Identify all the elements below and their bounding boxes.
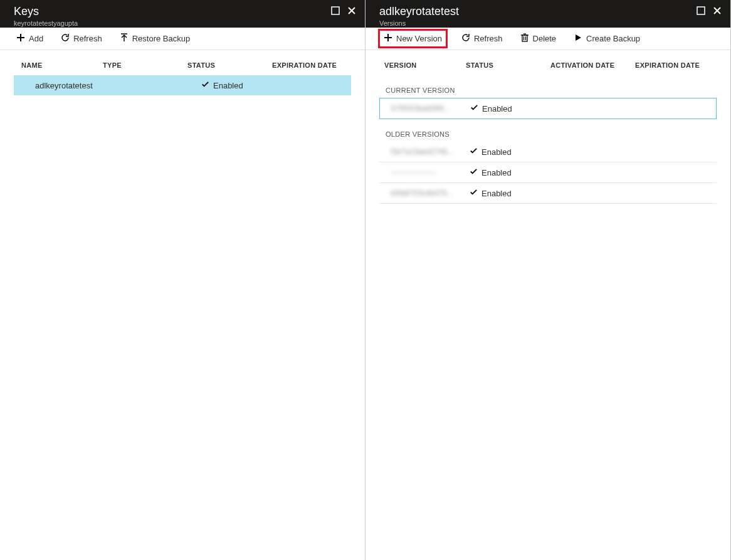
keys-blade: Keys keyrotatetestyagupta Add Refresh Re… <box>0 0 366 560</box>
current-version-row[interactable]: b7f9303ba6099... Enabled <box>379 98 717 119</box>
keys-blade-header: Keys keyrotatetestyagupta <box>0 0 365 28</box>
svg-marker-17 <box>576 34 581 41</box>
plus-icon <box>384 33 392 44</box>
key-row[interactable]: adlkeyrotatetest Enabled <box>14 75 351 95</box>
col-activation: ACTIVATION DATE <box>550 61 635 69</box>
new-version-button[interactable]: New Version <box>378 29 448 48</box>
check-icon <box>470 188 478 198</box>
key-status: Enabled <box>213 81 243 90</box>
versions-blade-header: adlkeyrotatetest Versions <box>366 0 730 28</box>
refresh-button[interactable]: Refresh <box>458 31 507 46</box>
versions-subtitle: Versions <box>379 19 459 28</box>
col-status: STATUS <box>187 61 272 69</box>
versions-window-controls <box>697 5 722 15</box>
key-name: adlkeyrotatetest <box>35 81 117 90</box>
version-status-cell: Enabled <box>470 103 710 114</box>
close-icon[interactable] <box>713 6 722 15</box>
check-icon <box>470 147 478 157</box>
col-expiration: EXPIRATION DATE <box>635 61 724 69</box>
plus-icon <box>16 33 25 44</box>
restore-label: Restore Backup <box>132 34 191 43</box>
play-icon <box>574 33 582 44</box>
col-expiration: EXPIRATION DATE <box>272 61 359 69</box>
version-id: —————— <box>391 168 470 177</box>
keys-toolbar: Add Refresh Restore Backup <box>0 28 365 50</box>
older-version-row[interactable]: —————— Enabled <box>379 162 717 183</box>
col-name: NAME <box>21 61 103 69</box>
restore-backup-button[interactable]: Restore Backup <box>116 31 194 46</box>
check-icon <box>470 103 478 114</box>
version-status: Enabled <box>481 189 512 198</box>
version-status: Enabled <box>482 104 512 114</box>
version-status-cell: Enabled <box>470 167 710 177</box>
versions-table-header: VERSION STATUS ACTIVATION DATE EXPIRATIO… <box>366 50 730 75</box>
refresh-icon <box>61 33 70 44</box>
versions-title: adlkeyrotatetest <box>379 5 459 18</box>
check-icon <box>470 167 478 177</box>
version-status: Enabled <box>481 168 512 177</box>
col-version: VERSION <box>384 61 466 69</box>
maximize-icon[interactable] <box>331 6 340 15</box>
create-backup-button[interactable]: Create Backup <box>570 31 644 46</box>
delete-label: Delete <box>533 34 557 43</box>
add-label: Add <box>29 34 43 43</box>
version-status: Enabled <box>481 147 512 157</box>
svg-rect-7 <box>697 7 705 14</box>
versions-toolbar: New Version Refresh Delete Create Backup <box>366 28 730 50</box>
version-id: b0fa6703cdb478... <box>391 189 470 198</box>
col-type: TYPE <box>103 61 187 69</box>
current-version-label: CURRENT VERSION <box>366 75 730 98</box>
keys-subtitle: keyrotatetestyagupta <box>14 19 78 28</box>
restore-icon <box>120 33 129 44</box>
create-backup-label: Create Backup <box>586 34 640 43</box>
delete-button[interactable]: Delete <box>517 31 560 46</box>
svg-rect-0 <box>332 7 339 14</box>
new-version-label: New Version <box>396 34 442 43</box>
version-status-cell: Enabled <box>470 147 710 157</box>
close-icon[interactable] <box>347 6 356 15</box>
refresh-button[interactable]: Refresh <box>57 31 106 46</box>
add-button[interactable]: Add <box>13 31 47 46</box>
keys-title: Keys <box>14 5 78 18</box>
refresh-label: Refresh <box>73 34 102 43</box>
version-id: f3e7a15aed2746... <box>391 147 470 156</box>
versions-blade: adlkeyrotatetest Versions New Version Re… <box>366 0 731 560</box>
older-version-row[interactable]: b0fa6703cdb478... Enabled <box>379 183 717 204</box>
check-icon <box>201 80 209 90</box>
col-status: STATUS <box>466 61 550 69</box>
version-status-cell: Enabled <box>470 188 710 198</box>
key-status-cell: Enabled <box>201 80 273 90</box>
refresh-icon <box>461 33 470 44</box>
refresh-label: Refresh <box>474 34 503 43</box>
keys-table-header: NAME TYPE STATUS EXPIRATION DATE <box>0 50 365 75</box>
older-version-row[interactable]: f3e7a15aed2746... Enabled <box>379 142 717 162</box>
keys-window-controls <box>331 5 356 15</box>
maximize-icon[interactable] <box>697 6 705 15</box>
older-versions-label: OLDER VERSIONS <box>366 119 730 142</box>
version-id: b7f9303ba6099... <box>391 104 470 113</box>
trash-icon <box>520 33 529 44</box>
svg-rect-12 <box>522 35 527 41</box>
